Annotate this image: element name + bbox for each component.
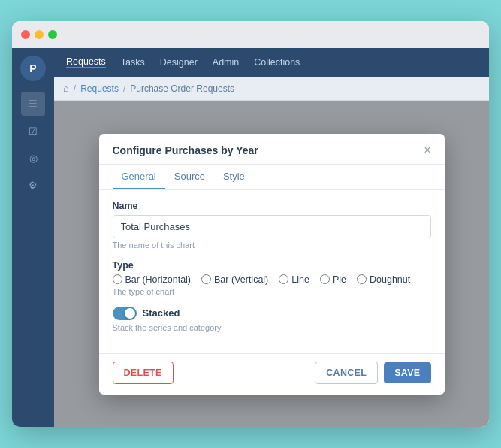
tab-style[interactable]: Style [214, 165, 254, 189]
check-icon: ☑ [29, 126, 38, 137]
cancel-button[interactable]: CANCEL [315, 362, 378, 384]
stacked-group: Stacked Stack the series and category [113, 307, 431, 332]
radio-line[interactable]: Line [279, 274, 309, 285]
radio-doughnut-input[interactable] [357, 274, 367, 284]
radio-bar-horizontal[interactable]: Bar (Horizontal) [113, 274, 192, 285]
user-icon: ◎ [29, 153, 38, 164]
sidebar-logo[interactable]: P [20, 56, 46, 81]
radio-pie-input[interactable] [320, 274, 330, 284]
main-content: Requests Tasks Designer Admin Collection… [54, 48, 489, 427]
sidebar-item-check[interactable]: ☑ [21, 119, 45, 143]
breadcrumb-current: Purchase Order Requests [130, 83, 234, 94]
title-bar [12, 21, 489, 48]
sidebar: P ☰ ☑ ◎ ⚙ [12, 48, 54, 427]
radio-pie[interactable]: Pie [320, 274, 346, 285]
maximize-button[interactable] [48, 30, 57, 39]
list-icon: ☰ [29, 98, 38, 110]
tab-general[interactable]: General [113, 165, 165, 189]
save-button[interactable]: SAVE [384, 362, 430, 383]
stacked-hint: Stack the series and category [113, 323, 431, 332]
home-icon[interactable]: ⌂ [63, 83, 69, 94]
stacked-label: Stacked [143, 307, 180, 319]
breadcrumb-sep-1: / [74, 83, 76, 94]
type-group: Type Bar (Horizontal) Bar (Vertical) [113, 260, 431, 296]
page-area: Configure Purchases by Year × General So… [54, 101, 489, 427]
breadcrumb: ⌂ / Requests / Purchase Order Requests [54, 77, 489, 101]
radio-line-input[interactable] [279, 274, 288, 284]
stacked-toggle[interactable] [113, 307, 137, 320]
nav-requests[interactable]: Requests [66, 56, 106, 68]
radio-bar-horizontal-input[interactable] [113, 274, 122, 284]
radio-bar-vertical[interactable]: Bar (Vertical) [201, 274, 268, 285]
modal: Configure Purchases by Year × General So… [99, 134, 445, 395]
radio-doughnut-label: Doughnut [370, 274, 410, 285]
tab-source[interactable]: Source [165, 165, 214, 189]
modal-footer: DELETE CANCEL SAVE [99, 353, 445, 395]
radio-bar-vertical-label: Bar (Vertical) [214, 274, 268, 285]
type-hint: The type of chart [113, 287, 431, 296]
nav-admin[interactable]: Admin [213, 57, 239, 68]
minimize-button[interactable] [35, 30, 44, 39]
sidebar-item-user[interactable]: ◎ [21, 146, 45, 170]
nav-designer[interactable]: Designer [160, 57, 198, 68]
top-nav: Requests Tasks Designer Admin Collection… [54, 48, 489, 77]
modal-header: Configure Purchases by Year × [99, 134, 445, 165]
name-group: Name The name of this chart [113, 201, 431, 250]
gear-icon: ⚙ [29, 180, 38, 191]
breadcrumb-sep-2: / [123, 83, 125, 94]
stacked-row: Stacked [113, 307, 431, 320]
name-hint: The name of this chart [113, 241, 431, 250]
sidebar-item-list[interactable]: ☰ [21, 92, 45, 116]
modal-overlay: Configure Purchases by Year × General So… [54, 101, 489, 427]
modal-title: Configure Purchases by Year [113, 144, 258, 156]
toggle-knob [125, 308, 135, 319]
delete-button[interactable]: DELETE [113, 362, 174, 384]
modal-tabs: General Source Style [99, 165, 445, 190]
radio-bar-vertical-input[interactable] [201, 274, 211, 284]
nav-collections[interactable]: Collections [254, 57, 300, 68]
footer-right: CANCEL SAVE [315, 362, 430, 384]
radio-doughnut[interactable]: Doughnut [357, 274, 410, 285]
type-label: Type [113, 260, 431, 271]
sidebar-item-gear[interactable]: ⚙ [21, 173, 45, 197]
name-input[interactable] [113, 215, 431, 238]
type-radio-group: Bar (Horizontal) Bar (Vertical) Line [113, 274, 431, 285]
name-label: Name [113, 201, 431, 211]
modal-body: Name The name of this chart Type [99, 190, 445, 353]
breadcrumb-requests[interactable]: Requests [80, 83, 119, 94]
modal-close-button[interactable]: × [424, 144, 430, 156]
radio-line-label: Line [291, 274, 309, 285]
close-button[interactable] [21, 30, 30, 39]
radio-pie-label: Pie [333, 274, 346, 285]
radio-bar-horizontal-label: Bar (Horizontal) [125, 274, 192, 285]
browser-window: P ☰ ☑ ◎ ⚙ Requests Tasks Designer Admin [12, 21, 489, 427]
nav-tasks[interactable]: Tasks [121, 57, 145, 68]
app-container: P ☰ ☑ ◎ ⚙ Requests Tasks Designer Admin [12, 48, 489, 427]
logo-text: P [29, 62, 36, 74]
